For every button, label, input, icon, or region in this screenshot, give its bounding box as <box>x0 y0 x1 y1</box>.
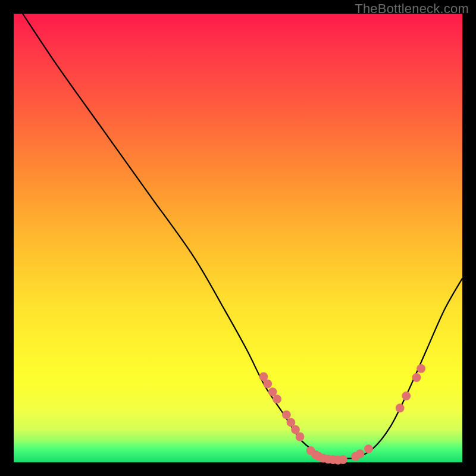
curve-marker <box>296 433 305 441</box>
curve-marker <box>273 394 281 403</box>
curve-marker <box>402 392 411 400</box>
curve-marker <box>339 455 347 464</box>
curve-marker <box>282 411 291 419</box>
watermark-text: TheBottleneck.com <box>355 1 469 17</box>
curve-marker <box>263 380 272 389</box>
curve-marker <box>416 364 425 373</box>
curve-markers <box>259 364 425 465</box>
curve-marker <box>364 444 373 453</box>
curve-marker <box>396 403 405 412</box>
bottleneck-curve <box>23 14 462 459</box>
curve-marker <box>356 449 365 458</box>
chart-svg <box>14 14 462 462</box>
chart-plot-area <box>14 14 462 462</box>
chart-stage: TheBottleneck.com <box>0 0 476 476</box>
curve-marker <box>412 373 421 382</box>
